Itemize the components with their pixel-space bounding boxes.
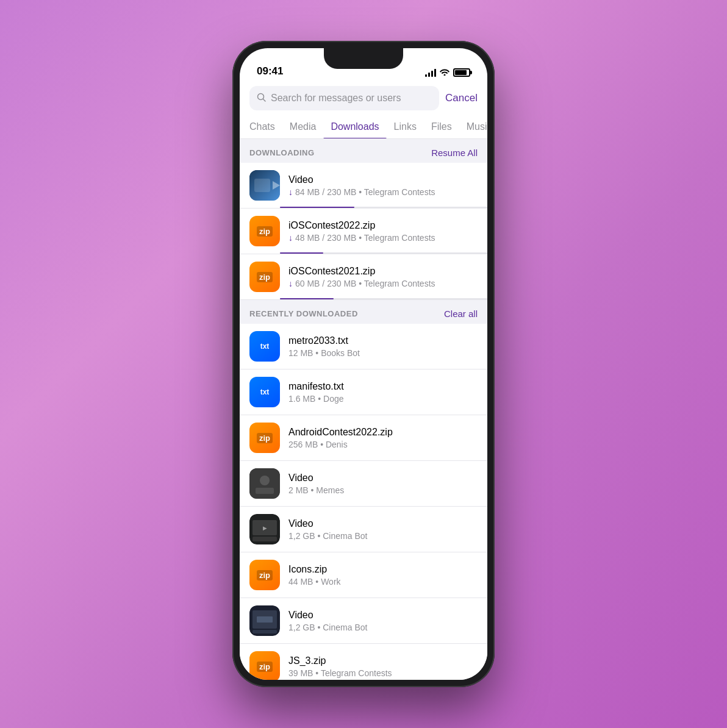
item-thumbnail: txt	[249, 377, 280, 407]
item-name: iOSContest2022.zip	[288, 220, 478, 231]
item-name: iOSContest2021.zip	[288, 266, 478, 277]
download-arrow-icon: ↓	[288, 187, 293, 197]
battery-icon	[453, 68, 470, 77]
item-name: metro2033.txt	[288, 335, 478, 346]
status-time: 09:41	[257, 65, 283, 77]
item-info: Video 2 MB • Memes	[288, 473, 478, 495]
item-meta: ↓ 60 MB / 230 MB • Telegram Contests	[288, 279, 478, 288]
search-bar[interactable]: Search for messages or users	[249, 86, 439, 110]
recent-item-android2022[interactable]: zip AndroidContest2022.zip 256 MB • Deni…	[240, 415, 487, 461]
item-thumbnail	[249, 468, 280, 499]
item-meta: ↓ 48 MB / 230 MB • Telegram Contests	[288, 233, 478, 243]
item-thumbnail: ▶	[249, 514, 280, 544]
downloading-item-ios2022[interactable]: zip iOSContest2022.zip ↓ 48 MB / 230 MB …	[240, 209, 487, 254]
cancel-button[interactable]: Cancel	[445, 92, 478, 104]
item-thumbnail: zip	[249, 651, 280, 680]
item-thumbnail: zip	[249, 262, 280, 292]
tabs-bar: Chats Media Downloads Links Files Music	[240, 115, 487, 139]
downloading-item-ios2021[interactable]: zip iOSContest2021.zip ↓ 60 MB / 230 MB …	[240, 254, 487, 300]
item-name: AndroidContest2022.zip	[288, 427, 478, 438]
item-meta: 1,2 GB • Cinema Bot	[288, 531, 478, 541]
progress-bar	[280, 207, 487, 208]
phone-screen: 09:41	[240, 48, 487, 680]
downloading-section-header: DOWNLOADING Resume All	[240, 139, 487, 163]
signal-icon	[425, 69, 436, 77]
item-info: manifesto.txt 1.6 MB • Doge	[288, 381, 478, 404]
svg-rect-3	[254, 179, 270, 192]
item-info: iOSContest2021.zip ↓ 60 MB / 230 MB • Te…	[288, 266, 478, 288]
svg-point-6	[260, 476, 270, 485]
item-meta: 1.6 MB • Doge	[288, 394, 478, 404]
recent-item-video-cinema2[interactable]: Video 1,2 GB • Cinema Bot	[240, 598, 487, 644]
downloading-title: DOWNLOADING	[249, 148, 315, 157]
item-thumbnail	[249, 605, 280, 636]
svg-rect-14	[257, 616, 273, 623]
progress-bar	[280, 298, 487, 299]
search-container: Search for messages or users Cancel	[240, 81, 487, 110]
item-info: iOSContest2022.zip ↓ 48 MB / 230 MB • Te…	[288, 220, 478, 243]
download-arrow-icon: ↓	[288, 233, 293, 243]
item-meta: 44 MB • Work	[288, 577, 478, 587]
item-meta: 256 MB • Denis	[288, 440, 478, 449]
item-meta: 12 MB • Books Bot	[288, 348, 478, 358]
clear-all-button[interactable]: Clear all	[444, 309, 478, 319]
recent-item-js3[interactable]: zip JS_3.zip 39 MB • Telegram Contests	[240, 644, 487, 680]
item-name: Video	[288, 610, 478, 621]
wifi-icon	[440, 68, 449, 77]
item-info: JS_3.zip 39 MB • Telegram Contests	[288, 655, 478, 678]
item-thumbnail	[249, 170, 280, 201]
search-placeholder: Search for messages or users	[271, 93, 401, 104]
recent-item-manifesto[interactable]: txt manifesto.txt 1.6 MB • Doge	[240, 369, 487, 415]
downloading-item-video[interactable]: Video ↓ 84 MB / 230 MB • Telegram Contes…	[240, 163, 487, 209]
svg-line-1	[263, 99, 266, 102]
item-thumbnail: zip	[249, 560, 280, 590]
item-info: Video ↓ 84 MB / 230 MB • Telegram Contes…	[288, 174, 478, 197]
progress-fill	[280, 252, 323, 254]
item-thumbnail: zip	[249, 423, 280, 453]
item-name: manifesto.txt	[288, 381, 478, 392]
svg-rect-7	[256, 488, 274, 494]
recent-item-metro2033[interactable]: txt metro2033.txt 12 MB • Books Bot	[240, 324, 487, 369]
tab-files[interactable]: Files	[424, 115, 459, 138]
item-info: metro2033.txt 12 MB • Books Bot	[288, 335, 478, 358]
item-thumbnail: zip	[249, 216, 280, 246]
search-icon	[257, 93, 266, 104]
tab-chats[interactable]: Chats	[249, 115, 282, 138]
recently-title: RECENTLY DOWNLOADED	[249, 309, 358, 318]
progress-bar	[280, 252, 487, 254]
resume-all-button[interactable]: Resume All	[431, 148, 478, 158]
item-meta: ↓ 84 MB / 230 MB • Telegram Contests	[288, 187, 478, 197]
status-icons	[425, 68, 470, 77]
download-arrow-icon: ↓	[288, 279, 293, 288]
item-meta: 2 MB • Memes	[288, 485, 478, 495]
recent-item-video-memes[interactable]: Video 2 MB • Memes	[240, 461, 487, 507]
item-name: Video	[288, 518, 478, 529]
item-thumbnail: txt	[249, 331, 280, 362]
recent-item-icons[interactable]: zip Icons.zip 44 MB • Work	[240, 552, 487, 598]
item-name: Icons.zip	[288, 564, 478, 575]
svg-text:▶: ▶	[263, 526, 267, 531]
item-name: JS_3.zip	[288, 655, 478, 666]
item-name: Video	[288, 174, 478, 185]
svg-rect-10	[252, 537, 277, 541]
svg-rect-15	[252, 630, 277, 633]
tab-downloads[interactable]: Downloads	[323, 115, 386, 138]
tab-links[interactable]: Links	[387, 115, 424, 138]
item-name: Video	[288, 473, 478, 484]
notch	[324, 48, 403, 69]
item-info: Video 1,2 GB • Cinema Bot	[288, 518, 478, 541]
item-info: AndroidContest2022.zip 256 MB • Denis	[288, 427, 478, 449]
recent-item-video-cinema1[interactable]: ▶ Video 1,2 GB • Cinema Bot	[240, 507, 487, 552]
item-info: Video 1,2 GB • Cinema Bot	[288, 610, 478, 632]
content-area: DOWNLOADING Resume All	[240, 139, 487, 680]
item-info: Icons.zip 44 MB • Work	[288, 564, 478, 587]
progress-fill	[280, 298, 334, 299]
item-meta: 1,2 GB • Cinema Bot	[288, 623, 478, 632]
recently-section-header: RECENTLY DOWNLOADED Clear all	[240, 300, 487, 324]
tab-media[interactable]: Media	[282, 115, 324, 138]
phone-frame: 09:41	[232, 41, 495, 687]
tab-music[interactable]: Music	[459, 115, 487, 138]
progress-fill	[280, 207, 354, 208]
item-meta: 39 MB • Telegram Contests	[288, 668, 478, 678]
